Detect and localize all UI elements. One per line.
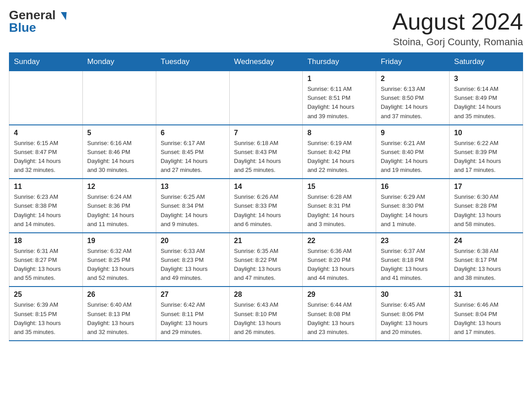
day-number: 28 — [234, 291, 298, 299]
calendar-week-row: 4Sunrise: 6:15 AM Sunset: 8:47 PM Daylig… — [9, 125, 523, 179]
calendar-day-13: 13Sunrise: 6:25 AM Sunset: 8:34 PM Dayli… — [156, 179, 229, 233]
calendar-day-27: 27Sunrise: 6:42 AM Sunset: 8:11 PM Dayli… — [156, 287, 229, 341]
day-number: 26 — [87, 291, 151, 299]
calendar-day-20: 20Sunrise: 6:33 AM Sunset: 8:23 PM Dayli… — [156, 233, 229, 287]
day-number: 6 — [161, 129, 225, 137]
day-info: Sunrise: 6:28 AM Sunset: 8:31 PM Dayligh… — [307, 193, 371, 229]
day-number: 18 — [14, 237, 78, 245]
calendar-empty-cell — [82, 71, 156, 125]
logo-triangle-icon — [60, 12, 67, 20]
day-number: 9 — [381, 129, 445, 137]
calendar-day-31: 31Sunrise: 6:46 AM Sunset: 8:04 PM Dayli… — [450, 287, 523, 341]
calendar-week-row: 11Sunrise: 6:23 AM Sunset: 8:38 PM Dayli… — [9, 179, 523, 233]
calendar-day-16: 16Sunrise: 6:29 AM Sunset: 8:30 PM Dayli… — [376, 179, 450, 233]
day-number: 16 — [381, 183, 445, 191]
title-section: August 2024 Stoina, Gorj County, Romania — [392, 9, 523, 48]
day-number: 30 — [381, 291, 445, 299]
logo-general-label: General — [9, 8, 56, 22]
day-number: 14 — [234, 183, 298, 191]
calendar-day-8: 8Sunrise: 6:19 AM Sunset: 8:42 PM Daylig… — [303, 125, 376, 179]
day-number: 31 — [454, 291, 518, 299]
day-info: Sunrise: 6:23 AM Sunset: 8:38 PM Dayligh… — [14, 193, 78, 229]
calendar-day-15: 15Sunrise: 6:28 AM Sunset: 8:31 PM Dayli… — [303, 179, 376, 233]
day-number: 21 — [234, 237, 298, 245]
day-number: 23 — [381, 237, 445, 245]
calendar-day-1: 1Sunrise: 6:11 AM Sunset: 8:51 PM Daylig… — [303, 71, 376, 125]
day-info: Sunrise: 6:46 AM Sunset: 8:04 PM Dayligh… — [454, 300, 518, 337]
calendar-day-26: 26Sunrise: 6:40 AM Sunset: 8:13 PM Dayli… — [82, 287, 156, 341]
day-info: Sunrise: 6:36 AM Sunset: 8:20 PM Dayligh… — [307, 247, 371, 283]
day-info: Sunrise: 6:19 AM Sunset: 8:42 PM Dayligh… — [307, 139, 371, 175]
logo-blue-text: Blue — [9, 21, 36, 34]
day-info: Sunrise: 6:22 AM Sunset: 8:39 PM Dayligh… — [454, 139, 518, 175]
day-info: Sunrise: 6:13 AM Sunset: 8:50 PM Dayligh… — [381, 85, 445, 121]
day-info: Sunrise: 6:26 AM Sunset: 8:33 PM Dayligh… — [234, 193, 298, 229]
day-number: 29 — [307, 291, 371, 299]
day-info: Sunrise: 6:33 AM Sunset: 8:23 PM Dayligh… — [161, 247, 225, 283]
day-info: Sunrise: 6:35 AM Sunset: 8:22 PM Dayligh… — [234, 247, 298, 283]
calendar-day-18: 18Sunrise: 6:31 AM Sunset: 8:27 PM Dayli… — [9, 233, 83, 287]
month-title: August 2024 — [392, 9, 523, 34]
day-number: 5 — [87, 129, 151, 137]
day-number: 20 — [161, 237, 225, 245]
calendar-day-12: 12Sunrise: 6:24 AM Sunset: 8:36 PM Dayli… — [82, 179, 156, 233]
day-info: Sunrise: 6:43 AM Sunset: 8:10 PM Dayligh… — [234, 300, 298, 337]
day-info: Sunrise: 6:45 AM Sunset: 8:06 PM Dayligh… — [381, 300, 445, 337]
day-info: Sunrise: 6:14 AM Sunset: 8:49 PM Dayligh… — [454, 85, 518, 121]
calendar-day-21: 21Sunrise: 6:35 AM Sunset: 8:22 PM Dayli… — [229, 233, 303, 287]
day-number: 13 — [161, 183, 225, 191]
calendar-day-9: 9Sunrise: 6:21 AM Sunset: 8:40 PM Daylig… — [376, 125, 450, 179]
calendar-empty-cell — [9, 71, 83, 125]
calendar-empty-cell — [156, 71, 229, 125]
day-number: 11 — [14, 183, 78, 191]
page-header: General Blue August 2024 Stoina, Gorj Co… — [9, 9, 523, 48]
day-info: Sunrise: 6:30 AM Sunset: 8:28 PM Dayligh… — [454, 193, 518, 229]
day-info: Sunrise: 6:44 AM Sunset: 8:08 PM Dayligh… — [307, 300, 371, 337]
day-number: 3 — [454, 75, 518, 83]
day-number: 17 — [454, 183, 518, 191]
calendar-day-3: 3Sunrise: 6:14 AM Sunset: 8:49 PM Daylig… — [450, 71, 523, 125]
calendar-day-11: 11Sunrise: 6:23 AM Sunset: 8:38 PM Dayli… — [9, 179, 83, 233]
day-info: Sunrise: 6:31 AM Sunset: 8:27 PM Dayligh… — [14, 247, 78, 283]
day-info: Sunrise: 6:16 AM Sunset: 8:46 PM Dayligh… — [87, 139, 151, 175]
calendar-day-25: 25Sunrise: 6:39 AM Sunset: 8:15 PM Dayli… — [9, 287, 83, 341]
day-number: 2 — [381, 75, 445, 83]
calendar-day-24: 24Sunrise: 6:38 AM Sunset: 8:17 PM Dayli… — [450, 233, 523, 287]
day-info: Sunrise: 6:32 AM Sunset: 8:25 PM Dayligh… — [87, 247, 151, 283]
day-info: Sunrise: 6:15 AM Sunset: 8:47 PM Dayligh… — [14, 139, 78, 175]
calendar-table: SundayMondayTuesdayWednesdayThursdayFrid… — [9, 52, 523, 341]
calendar-day-29: 29Sunrise: 6:44 AM Sunset: 8:08 PM Dayli… — [303, 287, 376, 341]
calendar-header-wednesday: Wednesday — [229, 53, 303, 71]
day-info: Sunrise: 6:24 AM Sunset: 8:36 PM Dayligh… — [87, 193, 151, 229]
calendar-day-28: 28Sunrise: 6:43 AM Sunset: 8:10 PM Dayli… — [229, 287, 303, 341]
day-number: 22 — [307, 237, 371, 245]
calendar-day-6: 6Sunrise: 6:17 AM Sunset: 8:45 PM Daylig… — [156, 125, 229, 179]
day-info: Sunrise: 6:11 AM Sunset: 8:51 PM Dayligh… — [307, 85, 371, 121]
calendar-week-row: 18Sunrise: 6:31 AM Sunset: 8:27 PM Dayli… — [9, 233, 523, 287]
day-number: 8 — [307, 129, 371, 137]
day-number: 15 — [307, 183, 371, 191]
day-number: 4 — [14, 129, 78, 137]
day-info: Sunrise: 6:29 AM Sunset: 8:30 PM Dayligh… — [381, 193, 445, 229]
calendar-header-thursday: Thursday — [303, 53, 376, 71]
day-info: Sunrise: 6:38 AM Sunset: 8:17 PM Dayligh… — [454, 247, 518, 283]
calendar-header-friday: Friday — [376, 53, 450, 71]
location: Stoina, Gorj County, Romania — [392, 36, 523, 48]
day-info: Sunrise: 6:39 AM Sunset: 8:15 PM Dayligh… — [14, 300, 78, 337]
day-number: 7 — [234, 129, 298, 137]
day-info: Sunrise: 6:40 AM Sunset: 8:13 PM Dayligh… — [87, 300, 151, 337]
calendar-header-row: SundayMondayTuesdayWednesdayThursdayFrid… — [9, 53, 523, 71]
calendar-header-tuesday: Tuesday — [156, 53, 229, 71]
calendar-header-saturday: Saturday — [450, 53, 523, 71]
calendar-day-4: 4Sunrise: 6:15 AM Sunset: 8:47 PM Daylig… — [9, 125, 83, 179]
day-number: 1 — [307, 75, 371, 83]
day-number: 10 — [454, 129, 518, 137]
calendar-day-14: 14Sunrise: 6:26 AM Sunset: 8:33 PM Dayli… — [229, 179, 303, 233]
day-number: 27 — [161, 291, 225, 299]
calendar-day-19: 19Sunrise: 6:32 AM Sunset: 8:25 PM Dayli… — [82, 233, 156, 287]
day-info: Sunrise: 6:18 AM Sunset: 8:43 PM Dayligh… — [234, 139, 298, 175]
day-number: 12 — [87, 183, 151, 191]
calendar-day-30: 30Sunrise: 6:45 AM Sunset: 8:06 PM Dayli… — [376, 287, 450, 341]
day-number: 24 — [454, 237, 518, 245]
calendar-day-5: 5Sunrise: 6:16 AM Sunset: 8:46 PM Daylig… — [82, 125, 156, 179]
